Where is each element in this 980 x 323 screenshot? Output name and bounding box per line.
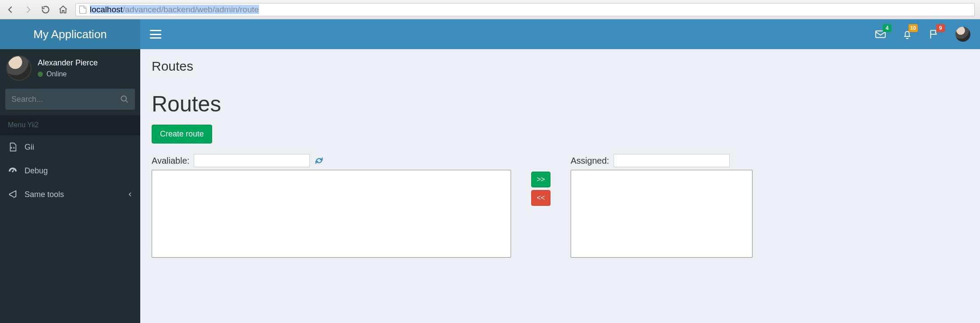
- content: Routes Routes Create route Avaliable: >>: [140, 49, 980, 267]
- refresh-button[interactable]: [314, 156, 324, 165]
- search-input[interactable]: [11, 95, 120, 104]
- browser-toolbar: localhost/advanced/backend/web/admin/rou…: [0, 0, 980, 19]
- sidebar-item-debug[interactable]: Debug: [0, 159, 140, 183]
- available-label: Avaliable:: [152, 156, 189, 166]
- user-name: Alexander Pierce: [38, 58, 98, 68]
- nav-forward-button: [23, 4, 33, 15]
- revoke-button[interactable]: <<: [531, 190, 551, 206]
- page-icon: [79, 6, 86, 14]
- online-indicator-icon: [38, 72, 43, 77]
- page-header-title: Routes: [152, 59, 969, 74]
- page-title: Routes: [152, 91, 969, 117]
- sidebar-item-gii[interactable]: Gii: [0, 135, 140, 159]
- url-text: localhost/advanced/backend/web/admin/rou…: [90, 5, 259, 14]
- svg-rect-2: [13, 169, 14, 172]
- menu-header: Menu Yii2: [0, 115, 140, 135]
- search-icon[interactable]: [120, 95, 129, 104]
- available-filter-input[interactable]: [194, 154, 310, 167]
- assigned-listbox[interactable]: [571, 170, 753, 258]
- notifications-button[interactable]: 10: [902, 29, 913, 40]
- sidebar: My Application Alexander Pierce Online M…: [0, 19, 140, 323]
- avatar[interactable]: [6, 55, 32, 81]
- nav-back-button[interactable]: [5, 4, 16, 15]
- dashboard-icon: [8, 166, 18, 176]
- available-listbox[interactable]: [152, 170, 511, 258]
- tasks-button[interactable]: 9: [928, 29, 940, 40]
- svg-point-0: [121, 96, 127, 101]
- refresh-icon: [314, 156, 324, 165]
- sidebar-item-label: Debug: [25, 166, 48, 176]
- user-menu-button[interactable]: [955, 27, 970, 42]
- badge: 10: [909, 24, 918, 32]
- assign-button[interactable]: >>: [531, 172, 551, 187]
- app-brand[interactable]: My Application: [0, 19, 140, 49]
- assigned-label: Assigned:: [571, 156, 609, 166]
- reload-button[interactable]: [40, 4, 51, 15]
- user-panel: Alexander Pierce Online: [0, 49, 140, 89]
- sidebar-item-label: Same tools: [25, 190, 64, 199]
- assigned-filter-input[interactable]: [614, 154, 730, 167]
- sidebar-item-same-tools[interactable]: Same tools: [0, 183, 140, 206]
- sidebar-toggle-button[interactable]: [150, 30, 161, 39]
- sidebar-item-label: Gii: [25, 143, 34, 152]
- topbar: 4 10 9: [140, 19, 980, 49]
- messages-button[interactable]: 4: [875, 29, 886, 40]
- chevron-left-icon: [127, 191, 133, 197]
- badge: 4: [883, 24, 891, 32]
- home-button[interactable]: [58, 4, 68, 15]
- badge: 9: [936, 24, 945, 32]
- create-route-button[interactable]: Create route: [152, 125, 212, 144]
- user-status: Online: [38, 70, 98, 78]
- sidebar-search[interactable]: [5, 89, 135, 110]
- code-file-icon: [8, 142, 18, 152]
- share-icon: [8, 190, 18, 199]
- address-bar[interactable]: localhost/advanced/backend/web/admin/rou…: [75, 3, 975, 16]
